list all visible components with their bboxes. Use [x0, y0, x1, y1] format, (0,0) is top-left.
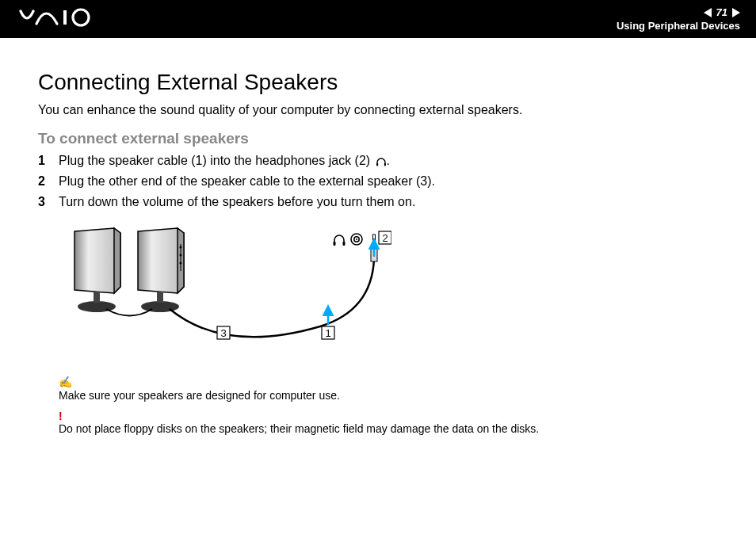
step-item: 2 Plug the other end of the speaker cabl… [38, 174, 718, 189]
step-text: Plug the speaker cable (1) into the head… [59, 154, 390, 168]
svg-point-8 [180, 254, 182, 257]
callout-speaker: 3 [217, 326, 230, 339]
header-right: 71 Using Peripheral Devices [617, 6, 740, 32]
svg-point-20 [356, 238, 357, 240]
svg-rect-3 [384, 163, 385, 166]
subheading: To connect external speakers [38, 130, 718, 147]
svg-rect-2 [376, 163, 378, 166]
svg-rect-11 [157, 292, 163, 303]
svg-rect-17 [343, 242, 346, 246]
step-item: 1 Plug the speaker cable (1) into the he… [38, 154, 718, 168]
warning-text: Do not place floppy disks on the speaker… [59, 422, 718, 435]
step-number: 2 [38, 174, 59, 189]
step-list: 1 Plug the speaker cable (1) into the he… [38, 154, 718, 209]
speaker-right-graphic [138, 228, 184, 312]
headphones-icon [376, 156, 387, 167]
prev-page-arrow[interactable] [704, 8, 712, 17]
intro-text: You can enhance the sound quality of you… [38, 103, 718, 117]
svg-point-9 [180, 262, 182, 265]
svg-point-1 [73, 10, 89, 25]
svg-point-7 [180, 246, 182, 249]
page-number: 71 [716, 6, 727, 18]
vaio-logo [19, 8, 106, 30]
header-bar: 71 Using Peripheral Devices [0, 0, 756, 38]
warning-icon: ! [59, 410, 718, 422]
svg-rect-13 [373, 235, 376, 247]
section-title: Using Peripheral Devices [617, 20, 740, 32]
svg-rect-5 [94, 292, 100, 303]
connection-diagram: 2 1 3 [59, 223, 718, 361]
main-title: Connecting External Speakers [38, 70, 718, 95]
step-text: Plug the other end of the speaker cable … [59, 174, 435, 189]
svg-rect-16 [334, 242, 336, 246]
svg-point-10 [141, 301, 179, 312]
port-target-icon [351, 234, 362, 245]
callout-cable: 1 [322, 326, 334, 339]
next-page-arrow[interactable] [732, 8, 740, 17]
speaker-left-graphic [74, 228, 120, 312]
step-number: 1 [38, 154, 59, 168]
pencil-note-icon: ✍ [59, 376, 718, 389]
headphones-icon [334, 235, 346, 246]
step-text: Turn down the volume of the speakers bef… [59, 195, 415, 209]
warning-note: ! Do not place floppy disks on the speak… [59, 410, 718, 435]
callout-jack: 2 [379, 231, 391, 244]
step-number: 3 [38, 195, 59, 209]
page-content: Connecting External Speakers You can enh… [0, 38, 756, 459]
tip-text: Make sure your speakers are designed for… [59, 389, 718, 402]
svg-rect-0 [63, 10, 67, 25]
tip-note: ✍ Make sure your speakers are designed f… [59, 376, 718, 402]
step-item: 3 Turn down the volume of the speakers b… [38, 195, 718, 209]
svg-text:2: 2 [382, 232, 388, 244]
svg-text:3: 3 [220, 327, 226, 339]
svg-text:1: 1 [325, 327, 330, 339]
